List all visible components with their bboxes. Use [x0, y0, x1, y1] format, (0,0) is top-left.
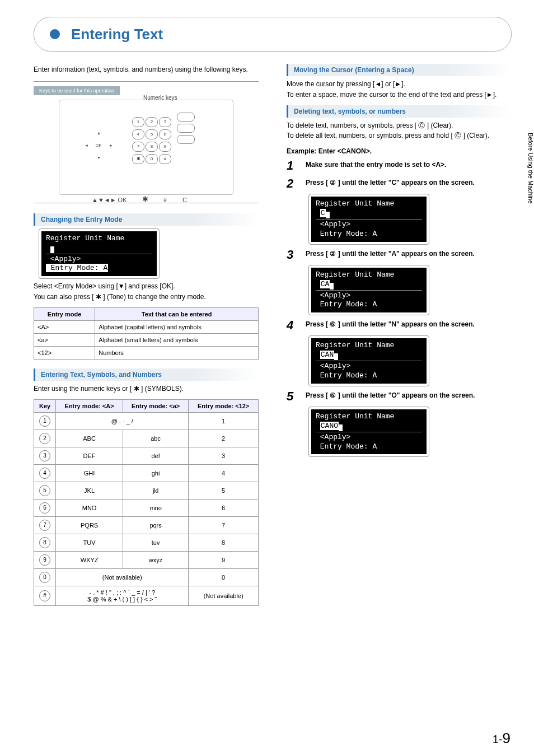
lcd-mode: Entry Mode: A — [316, 371, 422, 381]
lcd-apply: <Apply> — [316, 220, 422, 230]
table-row: <A> Alphabet (capital letters) and symbo… — [34, 320, 259, 333]
arrows-keys-label: ▲▼◄► OK — [92, 197, 127, 203]
page-title: Entering Text — [71, 26, 163, 43]
table-row: 8 TUV tuv 8 — [34, 534, 259, 551]
key-entry-table: Key Entry mode: <A> Entry mode: <a> Entr… — [34, 399, 259, 606]
panel-diagram-graphic: Numeric keys 123 456 789 ✱0# ▲ ▼ ◄ ► OK — [59, 100, 233, 195]
table-row: 5 JKL jkl 5 — [34, 482, 259, 499]
lcd-apply: <Apply> — [46, 255, 152, 264]
arrow-pad-icon: ▲ ▼ ◄ ► OK — [85, 131, 118, 165]
title-bullet-icon — [50, 29, 60, 39]
changing-entry-mode-heading: Changing the Entry Mode — [34, 213, 259, 226]
key-6-icon: 6 — [39, 502, 50, 514]
step-number: 5 — [287, 389, 298, 404]
key-3-icon: 3 — [39, 450, 50, 461]
table-row: <a> Alphabet (small letters) and symbols — [34, 333, 259, 346]
lcd-step-5: Register Unit Name CANO <Apply> Entry Mo… — [309, 407, 429, 457]
entry-mode-th2: Text that can be entered — [95, 307, 259, 320]
key-8-icon: 8 — [39, 537, 50, 548]
left-column: Enter information (text, symbols, and nu… — [34, 60, 259, 615]
entry-mode-table: Entry mode Text that can be entered <A> … — [34, 307, 259, 360]
table-row: 7 PQRS pqrs 7 — [34, 516, 259, 534]
key-4-icon: 4 — [39, 468, 50, 479]
key-0-icon: 0 — [39, 572, 50, 583]
hash-key-label: # — [163, 197, 167, 203]
key-2-icon: 2 — [39, 433, 50, 444]
step-number: 4 — [287, 318, 298, 333]
step-number: 3 — [287, 248, 298, 262]
step-2: 2 Press [ ② ] until the letter "C" appea… — [287, 176, 512, 191]
lcd-mode: Entry Mode: A — [316, 300, 422, 310]
key-7-icon: 7 — [39, 520, 50, 531]
table-row: 0 (Not available) 0 — [34, 568, 259, 586]
key-9-icon: 9 — [39, 554, 50, 566]
deleting-line1: To delete text, numbers, or symbols, pre… — [287, 121, 512, 130]
lcd-step-3: Register Unit Name CA <Apply> Entry Mode… — [309, 265, 429, 315]
lcd-step-2: Register Unit Name C <Apply> Entry Mode:… — [309, 194, 429, 244]
example-heading: Example: Enter <CANON>. — [287, 147, 512, 155]
deleting-heading: Deleting text, symbols, or numbers — [287, 105, 512, 118]
moving-cursor-heading: Moving the Cursor (Entering a Space) — [287, 64, 512, 76]
key-th-12: Entry mode: <12> — [189, 399, 259, 412]
lcd-change-mode: Register Unit Name <Apply> Entry Mode: A — [39, 229, 159, 279]
table-row: 9 WXYZ wxyz 9 — [34, 551, 259, 568]
change-mode-note2: You can also press [ ✱ ] (Tone) to chang… — [34, 292, 259, 302]
table-row: 3 DEF def 3 — [34, 447, 259, 464]
step-3: 3 Press [ ② ] until the letter "A" appea… — [287, 248, 512, 262]
lcd-apply: <Apply> — [316, 291, 422, 301]
clear-key-label: C — [182, 197, 187, 203]
moving-cursor-line2: To enter a space, move the cursor to the… — [287, 90, 512, 100]
table-row: 1 @ . - _ / 1 — [34, 412, 259, 430]
lcd-mode: Entry Mode: A — [316, 442, 422, 452]
lcd-mode: Entry Mode: A — [316, 230, 422, 239]
title-bar: Entering Text — [34, 17, 512, 52]
control-panel-diagram: Keys to be used for this operation Numer… — [34, 81, 259, 203]
lcd-title: Register Unit Name — [316, 199, 422, 209]
table-row: 4 GHI ghi 4 — [34, 464, 259, 482]
step-1: 1 Make sure that the entry mode is set t… — [287, 158, 512, 173]
panel-keys-bar: Keys to be used for this operation — [34, 86, 120, 95]
lcd-apply: <Apply> — [316, 433, 422, 442]
intro-text: Enter information (text, symbols, and nu… — [34, 65, 259, 74]
right-buttons-icon — [177, 113, 195, 144]
lcd-typed — [46, 244, 152, 253]
change-mode-note1: Select <Entry Mode> using [▼] and press … — [34, 282, 259, 291]
page-number: 1-9 — [493, 730, 510, 747]
lcd-mode: Entry Mode: A — [46, 264, 108, 272]
key-th-key: Key — [34, 399, 56, 412]
key-5-icon: 5 — [39, 485, 50, 496]
star-key-label: ✱ — [142, 195, 148, 203]
key-1-icon: 1 — [39, 416, 50, 427]
step-5-text: Press [ ⑥ ] until the letter "O" appears… — [306, 389, 475, 400]
step-number: 2 — [287, 176, 298, 191]
table-row: 2 ABC abc 2 — [34, 430, 259, 447]
side-tab: Before Using the Machine — [522, 112, 534, 218]
entry-mode-th1: Entry mode — [34, 307, 95, 320]
lcd-typed: CA — [320, 280, 330, 288]
step-4-text: Press [ ⑥ ] until the letter "N" appears… — [306, 318, 475, 329]
step-1-text: Make sure that the entry mode is set to … — [306, 158, 446, 170]
moving-cursor-line1: Move the cursor by pressing [◄] or [►]. — [287, 80, 512, 89]
lcd-typed: CAN — [320, 351, 334, 359]
lcd-typed: CANO — [320, 422, 339, 430]
key-th-A: Entry mode: <A> — [56, 399, 123, 412]
lcd-typed: C — [320, 209, 326, 217]
key-hash-icon: # — [39, 590, 50, 601]
table-row: # - . * # ! " , ; : ^ ` _ = / | ' ? $ @ … — [34, 586, 259, 605]
step-4: 4 Press [ ⑥ ] until the letter "N" appea… — [287, 318, 512, 333]
numeric-keys-label: Numeric keys — [143, 95, 177, 101]
lcd-title: Register Unit Name — [316, 270, 422, 280]
key-th-a: Entry mode: <a> — [123, 399, 188, 412]
lcd-title: Register Unit Name — [316, 412, 422, 422]
numeric-keypad-icon: 123 456 789 ✱0# — [132, 117, 170, 164]
page: Before Using the Machine Entering Text E… — [0, 0, 534, 756]
entering-text-heading: Entering Text, Symbols, and Numbers — [34, 368, 259, 381]
lcd-apply: <Apply> — [316, 362, 422, 371]
lcd-title: Register Unit Name — [316, 341, 422, 351]
step-2-text: Press [ ② ] until the letter "C" appears… — [306, 176, 475, 188]
table-row: 6 MNO mno 6 — [34, 499, 259, 516]
step-5: 5 Press [ ⑥ ] until the letter "O" appea… — [287, 389, 512, 404]
lcd-step-4: Register Unit Name CAN <Apply> Entry Mod… — [309, 336, 429, 386]
step-number: 1 — [287, 158, 298, 173]
table-row: <12> Numbers — [34, 346, 259, 359]
